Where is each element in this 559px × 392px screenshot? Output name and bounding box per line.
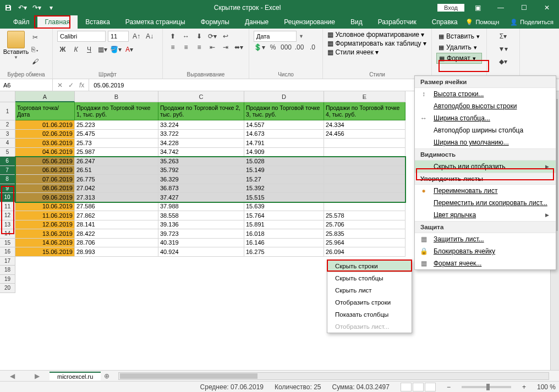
row-header[interactable]: 13 [0, 220, 15, 230]
tab-formulas[interactable]: Формулы [193, 15, 237, 29]
align-left-icon[interactable]: ≡ [167, 42, 178, 53]
table-cell[interactable]: 34.228 [158, 139, 244, 148]
table-cell[interactable]: 27.042 [75, 184, 158, 194]
underline-button[interactable]: Ч [84, 44, 95, 55]
decdec-icon[interactable]: .0 [307, 42, 318, 53]
autosum-icon[interactable]: Σ▾ [491, 31, 515, 42]
table-cell[interactable]: 25.73 [75, 139, 158, 148]
fmt-protect-sheet[interactable]: ▦Защитить лист... [415, 233, 556, 245]
confirm-formula-icon[interactable]: ✓ [68, 81, 74, 89]
fmt-hide-show[interactable]: Скрыть или отобразить▶ [415, 161, 556, 173]
row-header[interactable]: 9 [0, 184, 15, 194]
table-cell[interactable]: 39.723 [158, 229, 244, 239]
table-cell[interactable]: 15.149 [244, 166, 324, 175]
table-cell[interactable]: 01.06.2019 [15, 120, 75, 130]
merge-icon[interactable]: ⬌▾ [233, 42, 244, 53]
fmt-auto-col-width[interactable]: Автоподбор ширины столбца [415, 124, 556, 136]
orientation-icon[interactable]: ⟳▾ [207, 31, 218, 42]
row-header[interactable]: 7 [0, 166, 15, 175]
fontcolor-icon[interactable]: A▾ [124, 44, 135, 55]
sheet-nav-next-icon[interactable]: ▶ [35, 372, 40, 380]
table-cell[interactable]: 02.06.2019 [15, 130, 75, 139]
fmt-tab-color[interactable]: Цвет ярлычка▶ [415, 209, 556, 221]
table-cell[interactable]: 14.06.2019 [15, 239, 75, 248]
table-cell[interactable]: 14.909 [244, 148, 324, 157]
row-header[interactable]: 14 [0, 229, 15, 239]
row-header[interactable]: 3 [0, 130, 15, 139]
table-cell[interactable]: 15.028 [244, 157, 324, 166]
horizontal-scrollbar[interactable] [118, 372, 549, 380]
col-header[interactable]: C [158, 91, 244, 102]
table-cell[interactable]: 25.578 [324, 211, 405, 220]
fillcolor-icon[interactable]: 🪣▾ [110, 44, 122, 55]
row-header[interactable]: 4 [0, 139, 15, 148]
ctx-show-rows[interactable]: Отобразить строки [327, 296, 412, 308]
table-cell[interactable] [324, 202, 405, 212]
table-cell[interactable]: 27.313 [75, 193, 158, 202]
row-header[interactable]: 18 [0, 266, 15, 275]
table-cell[interactable]: 35.792 [158, 166, 244, 175]
italic-button[interactable]: К [70, 44, 81, 55]
table-cell[interactable]: 25.964 [324, 239, 405, 248]
insert-cells-button[interactable]: ▦ Вставить ▾ [436, 31, 482, 42]
table-cell[interactable]: 40.924 [158, 247, 244, 257]
incdec-icon[interactable]: .00 [294, 42, 305, 53]
thousands-icon[interactable]: 000 [281, 42, 292, 53]
undo-icon[interactable]: ↶▾ [17, 2, 29, 14]
ctx-show-cols[interactable]: Показать столбцы [327, 308, 412, 321]
formatpainter-icon[interactable]: 🖌 [30, 56, 41, 67]
table-cell[interactable]: 14.673 [244, 130, 324, 139]
border-icon[interactable]: ▦▾ [97, 44, 108, 55]
table-cell[interactable]: 04.06.2019 [15, 148, 75, 157]
tab-file[interactable]: Файл [6, 15, 37, 29]
tab-view[interactable]: Вид [343, 15, 370, 29]
align-right-icon[interactable]: ≡ [194, 42, 205, 53]
table-cell[interactable]: 24.334 [324, 120, 405, 130]
name-box[interactable]: A6 [0, 79, 53, 91]
row-header[interactable]: 11 [0, 202, 15, 212]
bold-button[interactable]: Ж [57, 44, 68, 55]
fmt-lock-cell[interactable]: 🔒Блокировать ячейку [415, 245, 556, 257]
table-cell[interactable]: 33.722 [158, 130, 244, 139]
fmt-row-height[interactable]: ↕Высота строки... [415, 88, 556, 100]
table-cell[interactable]: 16.146 [244, 239, 324, 248]
table-cell[interactable]: 33.224 [158, 120, 244, 130]
decreasefont-icon[interactable]: A↓ [144, 31, 155, 42]
table-cell[interactable]: 10.06.2019 [15, 202, 75, 212]
table-cell[interactable]: 26.775 [75, 175, 158, 184]
table-format-button[interactable]: ▦ Форматировать как таблицу ▾ [327, 40, 427, 47]
align-center-icon[interactable]: ≡ [180, 42, 191, 53]
share-icon[interactable]: 👤 [510, 19, 518, 26]
fmt-move-sheet[interactable]: Переместить или скопировать лист... [415, 197, 556, 209]
row-header[interactable]: 10 [0, 193, 15, 202]
fill-icon[interactable]: ▼▾ [491, 43, 515, 54]
zoom-slider[interactable] [462, 386, 511, 388]
format-cells-button[interactable]: ▦ Формат ▾ [436, 53, 482, 64]
table-cell[interactable]: 25.475 [75, 130, 158, 139]
qat-customize-icon[interactable]: ▾ [45, 2, 57, 14]
table-cell[interactable]: 37.427 [158, 193, 244, 202]
table-cell[interactable]: 38.558 [158, 211, 244, 220]
table-cell[interactable] [324, 139, 405, 148]
table-cell[interactable]: 06.06.2019 [15, 166, 75, 175]
table-cell[interactable] [324, 184, 405, 194]
table-cell[interactable] [324, 175, 405, 184]
indent-icon[interactable]: ⇥ [220, 42, 231, 53]
row-header[interactable]: 12 [0, 211, 15, 220]
sheet-nav-prev-icon[interactable]: ◀ [10, 372, 15, 380]
table-cell[interactable]: 28.422 [75, 229, 158, 239]
tab-data[interactable]: Данные [237, 15, 276, 29]
table-cell[interactable]: 11.06.2019 [15, 211, 75, 220]
table-cell[interactable]: 28.141 [75, 220, 158, 230]
font-selector[interactable]: Calibri [57, 31, 106, 42]
table-cell[interactable]: 14.557 [244, 120, 324, 130]
table-cell[interactable]: 27.586 [75, 202, 158, 212]
row-header[interactable]: 15 [0, 239, 15, 248]
table-cell[interactable]: 15.06.2019 [15, 247, 75, 257]
table-cell[interactable]: 34.742 [158, 148, 244, 157]
fmt-auto-row-height[interactable]: Автоподбор высоты строки [415, 100, 556, 112]
outdent-icon[interactable]: ⇤ [207, 42, 218, 53]
row-header[interactable]: 17 [0, 257, 15, 266]
ctx-hide-cols[interactable]: Скрыть столбцы [327, 272, 412, 284]
ribbon-options-icon[interactable]: ▣ [468, 2, 487, 14]
